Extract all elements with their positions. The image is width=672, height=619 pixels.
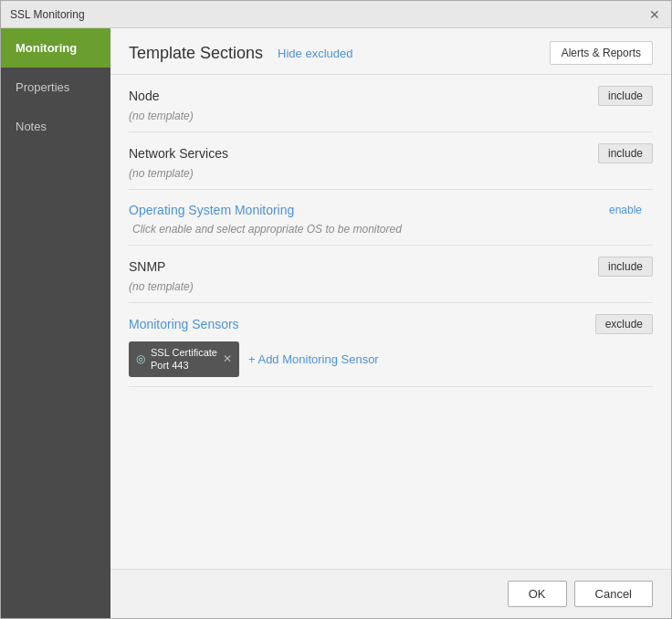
alerts-reports-button[interactable]: Alerts & Reports [550, 41, 653, 65]
sidebar-item-notes[interactable]: Notes [1, 107, 110, 146]
section-status-snmp[interactable]: include [598, 257, 653, 277]
section-subtitle-node: (no template) [129, 110, 653, 122]
section-subtitle-network-services: (no template) [129, 167, 653, 180]
sensor-close-0[interactable]: ✕ [223, 353, 232, 364]
section-status-os-monitoring[interactable]: enable [598, 201, 653, 219]
section-name-snmp: SNMP [129, 259, 165, 274]
section-status-network-services[interactable]: include [598, 143, 653, 163]
section-snmp: SNMPinclude(no template) [129, 246, 653, 303]
section-name-network-services: Network Services [129, 146, 228, 161]
content-header: Template Sections Hide excluded Alerts &… [110, 28, 671, 75]
section-row-monitoring-sensors: Monitoring Sensorsexclude [129, 314, 653, 334]
section-network-services: Network Servicesinclude(no template) [129, 132, 653, 190]
sidebar-item-properties[interactable]: Properties [1, 68, 110, 107]
section-name-os-monitoring[interactable]: Operating System Monitoring [129, 203, 294, 217]
section-row-os-monitoring: Operating System Monitoringenable [129, 201, 653, 219]
footer: OK Cancel [110, 569, 671, 618]
section-subtitle-snmp: (no template) [129, 280, 653, 293]
sidebar-item-monitoring[interactable]: Monitoring [1, 28, 110, 68]
section-monitoring-sensors: Monitoring Sensorsexclude◎SSL Certificat… [129, 303, 653, 387]
main-layout: MonitoringPropertiesNotes Template Secti… [1, 28, 671, 618]
sections-list: Nodeinclude(no template)Network Services… [110, 75, 671, 569]
section-row-network-services: Network Servicesinclude [129, 143, 653, 163]
sensor-tag-0[interactable]: ◎SSL CertificatePort 443✕ [129, 341, 239, 377]
add-sensor-button[interactable]: + Add Monitoring Sensor [248, 352, 379, 366]
main-window: SSL Monitoring ✕ MonitoringPropertiesNot… [0, 0, 672, 619]
section-status-monitoring-sensors[interactable]: exclude [595, 314, 653, 334]
window-title: SSL Monitoring [10, 8, 85, 21]
cancel-button[interactable]: Cancel [574, 581, 653, 607]
section-status-node[interactable]: include [598, 86, 653, 106]
sensor-icon: ◎ [136, 352, 145, 365]
section-node: Nodeinclude(no template) [129, 75, 653, 132]
title-bar: SSL Monitoring ✕ [1, 1, 671, 28]
content-area: Template Sections Hide excluded Alerts &… [110, 28, 671, 618]
section-name-node: Node [129, 89, 159, 103]
page-title: Template Sections [129, 44, 263, 63]
sidebar: MonitoringPropertiesNotes [1, 28, 110, 618]
section-name-monitoring-sensors[interactable]: Monitoring Sensors [129, 317, 239, 331]
section-os-monitoring: Operating System MonitoringenableClick e… [129, 190, 653, 246]
sensor-row-monitoring-sensors: ◎SSL CertificatePort 443✕+ Add Monitorin… [129, 341, 653, 377]
sensor-label: SSL CertificatePort 443 [151, 346, 217, 372]
content-header-left: Template Sections Hide excluded [129, 44, 352, 63]
section-row-node: Nodeinclude [129, 86, 653, 106]
ok-button[interactable]: OK [508, 581, 567, 607]
hide-excluded-link[interactable]: Hide excluded [278, 47, 352, 60]
section-subtitle-os-monitoring: Click enable and select appropriate OS t… [129, 223, 653, 236]
close-button[interactable]: ✕ [647, 7, 662, 22]
section-row-snmp: SNMPinclude [129, 257, 653, 277]
